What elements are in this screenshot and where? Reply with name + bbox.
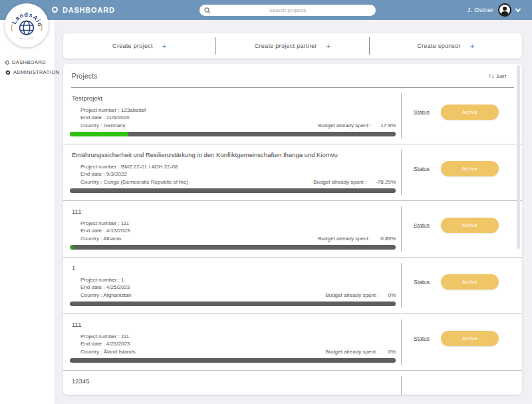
- landsaid-logo-icon: LandsAid: [6, 5, 47, 46]
- chevron-down-icon[interactable]: [515, 6, 521, 11]
- project-row[interactable]: 12345 Project number : End date : Countr…: [63, 371, 522, 395]
- create-project-partner-button[interactable]: Create project partner +: [215, 37, 368, 55]
- create-project-label: Create project: [112, 43, 153, 49]
- plus-icon: +: [162, 42, 166, 50]
- row-divider: [401, 93, 402, 138]
- project-details: Project number : BMZ 22-01 I ADH 22-08 E…: [80, 163, 178, 178]
- budget-label: Budget already spent :: [318, 236, 371, 242]
- end-date-value: 4/25/2023: [106, 341, 130, 347]
- project-name: 1: [72, 264, 75, 272]
- project-number-label: Project number :: [80, 333, 120, 339]
- budget-progress-bar: [70, 302, 396, 306]
- create-project-button[interactable]: Create project +: [63, 37, 215, 55]
- status-label: Status: [414, 335, 430, 342]
- create-project-partner-label: Create project partner: [255, 43, 317, 49]
- search-input[interactable]: [200, 5, 376, 16]
- budget-value: 0%: [388, 349, 396, 355]
- main-content: Create project + Create project partner …: [55, 20, 532, 404]
- status-label: Status: [414, 222, 430, 229]
- status-badge[interactable]: Active: [441, 274, 499, 290]
- budget-value: 0%: [388, 292, 396, 298]
- country-label: Country :: [80, 179, 102, 185]
- budget-label: Budget already spent :: [325, 349, 378, 355]
- end-date-value: 4/13/2023: [106, 228, 130, 234]
- end-date-label: End date :: [80, 228, 104, 234]
- project-number-label: Project number :: [80, 220, 120, 226]
- project-details: Project number : 1 End date : 4/25/2023: [80, 276, 130, 291]
- ring-icon: [5, 61, 9, 65]
- user-menu[interactable]: J. Ostner: [467, 0, 520, 20]
- country-label: Country :: [80, 292, 102, 298]
- sidebar-item-label: DASHBOARD: [12, 59, 46, 65]
- budget-value: 17.9%: [380, 122, 396, 128]
- country-value: Åland Islands: [104, 349, 136, 355]
- projects-title: Projects: [72, 73, 98, 80]
- status-badge[interactable]: Active: [441, 331, 499, 346]
- project-number-label: Project number :: [80, 107, 120, 113]
- projects-header: Projects ↑↓ Sort: [63, 64, 522, 88]
- create-actions-bar: Create project + Create project partner …: [63, 33, 522, 59]
- budget-value: 0.83%: [380, 236, 396, 242]
- sidebar-item-dashboard[interactable]: DASHBOARD: [5, 59, 59, 65]
- project-row[interactable]: Ernährungssicherheit und Resilienzstärku…: [63, 144, 522, 201]
- country-label: Country :: [80, 236, 102, 242]
- project-number-label: Project number :: [80, 277, 120, 283]
- status-badge[interactable]: Active: [441, 218, 499, 233]
- budget-value: -78.29%: [376, 179, 396, 185]
- budget-label: Budget already spent :: [313, 179, 366, 185]
- status-badge[interactable]: Active: [441, 161, 499, 176]
- end-date-label: End date :: [80, 171, 104, 177]
- country-label: Country :: [80, 349, 102, 355]
- page-title: DASHBOARD: [63, 6, 115, 14]
- end-date-label: End date :: [80, 284, 104, 290]
- project-row[interactable]: 1 Project number : 1 End date : 4/25/202…: [63, 258, 522, 314]
- avatar-icon[interactable]: [498, 3, 511, 17]
- row-divider: [401, 376, 402, 395]
- row-divider: [401, 206, 402, 252]
- budget-progress-bar: [70, 132, 396, 136]
- project-number-value: BMZ 22-01 I ADH 22-08: [121, 164, 178, 170]
- plus-icon: +: [327, 42, 331, 50]
- status-badge[interactable]: Active: [441, 104, 499, 120]
- project-number-value: 123abcdef: [121, 107, 146, 113]
- top-bar: DASHBOARD J. Ostner: [0, 0, 532, 20]
- project-name: 12345: [72, 377, 89, 385]
- project-number-value: 1: [121, 277, 124, 283]
- status-zone: Status Active: [414, 109, 430, 116]
- budget-progress-bar: [70, 358, 396, 363]
- project-name: 111: [72, 208, 81, 215]
- project-name: Testprojekt: [72, 95, 102, 102]
- row-divider: [401, 319, 402, 365]
- status-label: Status: [414, 279, 430, 286]
- row-divider: [401, 150, 402, 195]
- project-row[interactable]: 111 Project number : 111 End date : 4/13…: [63, 201, 522, 258]
- country-value: Congo (Democratic Republic of the): [104, 179, 188, 185]
- progress-fill: [70, 132, 128, 136]
- project-row[interactable]: 111 Project number : 111 End date : 4/25…: [63, 314, 522, 371]
- end-date-label: End date :: [80, 341, 104, 347]
- status-zone: Status Active: [414, 279, 430, 286]
- search-bar[interactable]: [200, 5, 376, 16]
- project-number-value: 111: [121, 220, 129, 226]
- panel-scrollbar[interactable]: [517, 65, 520, 249]
- project-row[interactable]: Testprojekt Project number : 123abcdef E…: [63, 88, 522, 144]
- status-zone: Status Active: [414, 222, 430, 229]
- project-list: Testprojekt Project number : 123abcdef E…: [63, 88, 522, 395]
- create-sponsor-button[interactable]: Create sponsor +: [369, 37, 522, 55]
- sidebar-item-administration[interactable]: ADMINISTRATION: [5, 69, 59, 75]
- status-zone: Status Active: [414, 166, 430, 172]
- landsaid-logo: LandsAid: [5, 3, 49, 47]
- status-label: Status: [414, 109, 430, 116]
- project-details: Project number : 111 End date : 4/25/202…: [80, 333, 130, 347]
- sort-label: Sort: [496, 73, 506, 79]
- budget-label: Budget already spent :: [318, 122, 371, 128]
- create-sponsor-label: Create sponsor: [417, 43, 461, 49]
- gear-icon: [5, 70, 11, 75]
- budget-progress-bar: [70, 245, 396, 250]
- sidebar-item-label: ADMINISTRATION: [13, 69, 59, 75]
- end-date-value: 9/3/2022: [106, 171, 127, 177]
- sort-button[interactable]: ↑↓ Sort: [488, 73, 506, 79]
- country-value: Germany: [104, 122, 126, 128]
- project-details: Project number : 123abcdef End date : 11…: [80, 106, 146, 121]
- budget-label: Budget already spent :: [325, 292, 378, 298]
